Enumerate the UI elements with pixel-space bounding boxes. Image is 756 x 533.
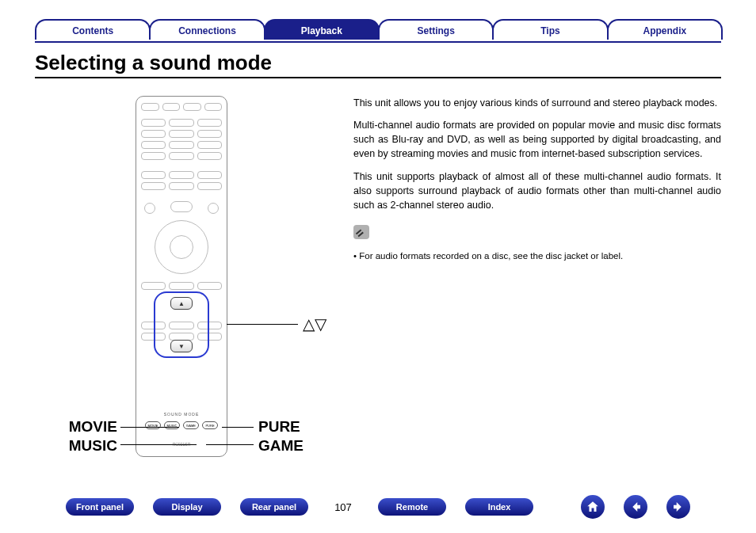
callout-line-movie [120,427,179,428]
label-movie: MOVIE [62,417,117,436]
home-button[interactable] [581,495,605,519]
label-game: GAME [258,436,304,455]
callout-line-music [120,444,197,445]
tab-underline [35,41,721,43]
rear-panel-button[interactable]: Rear panel [240,498,308,516]
top-tabs: Contents Connections Playback Settings T… [0,0,756,40]
labels-left: MOVIE MUSIC [62,417,117,455]
body-p3: This unit supports playback of almost al… [353,169,721,212]
page-number: 107 [327,501,359,513]
display-button[interactable]: Display [153,498,221,516]
updown-symbol: △▽ [303,314,326,333]
label-music: MUSIC [62,436,117,455]
remote-music-button: MUSIC [164,421,180,429]
home-icon [586,500,600,514]
main-content: ▲ ▼ SOUND MODE MOVIE MUSIC GAME PURE RC9… [0,96,756,457]
arrow-right-icon [671,500,685,514]
tab-tips[interactable]: Tips [492,19,608,40]
arrow-left-icon [628,500,643,514]
front-panel-button[interactable]: Front panel [66,498,134,516]
callout-line-updown [227,324,298,325]
remote-illustration: ▲ ▼ SOUND MODE MOVIE MUSIC GAME PURE RC9… [136,96,227,457]
remote-button[interactable]: Remote [378,498,446,516]
sound-mode-row: MOVIE MUSIC GAME PURE [136,421,227,429]
tab-settings[interactable]: Settings [378,19,494,40]
title-underline [35,77,721,78]
tab-playback[interactable]: Playback [264,19,380,40]
tab-contents[interactable]: Contents [35,19,151,40]
remote-game-button: GAME [183,421,199,429]
bottom-nav: Front panel Display Rear panel 107 Remot… [0,495,756,519]
body-p2: Multi-channel audio formats are provided… [353,118,721,161]
dpad-highlight: ▲ ▼ [154,291,209,358]
callout-line-pure [222,427,254,428]
tab-appendix[interactable]: Appendix [607,19,723,40]
next-button[interactable] [666,495,690,519]
remote-movie-button: MOVIE [145,421,161,429]
body-text: This unit allows you to enjoy various ki… [353,96,721,457]
remote-wrap: ▲ ▼ SOUND MODE MOVIE MUSIC GAME PURE RC9… [35,96,328,457]
remote-pure-button: PURE [202,421,218,429]
body-note: • For audio formats recorded on a disc, … [353,249,721,263]
dpad-up-icon: ▲ [170,297,193,310]
label-pure: PURE [258,417,304,436]
page-title: Selecting a sound mode [35,51,721,75]
remote-column: ▲ ▼ SOUND MODE MOVIE MUSIC GAME PURE RC9… [35,96,328,457]
tab-connections[interactable]: Connections [149,19,265,40]
note-icon [353,225,369,239]
labels-right: PURE GAME [258,417,304,455]
callout-line-game [206,444,254,445]
dpad-down-icon: ▼ [170,340,193,352]
body-p1: This unit allows you to enjoy various ki… [353,96,721,110]
index-button[interactable]: Index [465,498,533,516]
sound-mode-heading: SOUND MODE [136,412,227,417]
prev-button[interactable] [624,495,647,519]
